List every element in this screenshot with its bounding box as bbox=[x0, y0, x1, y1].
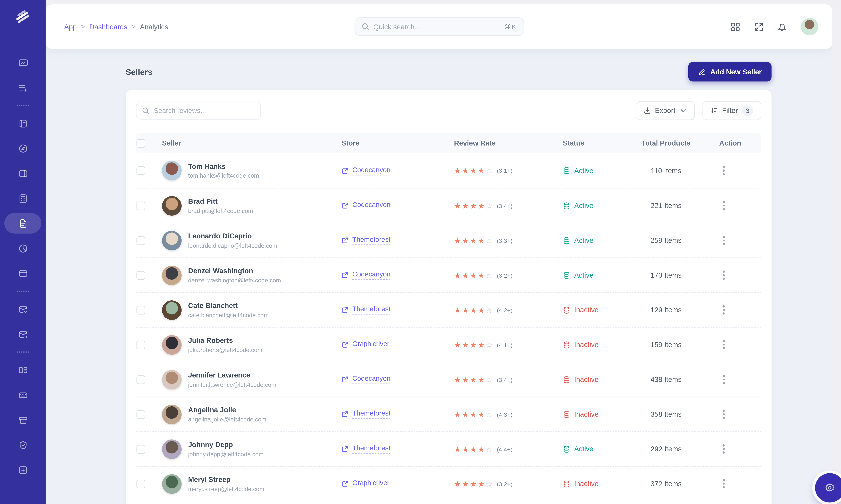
store-link[interactable]: Themeforest bbox=[352, 410, 390, 419]
sidebar-item-layout-grid[interactable] bbox=[4, 360, 41, 380]
seller-name[interactable]: Julia Roberts bbox=[188, 336, 262, 344]
sidebar-item-square-plus[interactable] bbox=[4, 460, 41, 480]
sidebar-item-compass[interactable] bbox=[4, 138, 41, 159]
action-cell bbox=[702, 303, 761, 317]
row-actions-menu-icon[interactable] bbox=[721, 373, 727, 386]
sidebar-item-panel[interactable] bbox=[4, 263, 41, 284]
seller-avatar[interactable] bbox=[162, 474, 182, 493]
star-filled-icon: ★ bbox=[470, 236, 477, 245]
seller-name[interactable]: Tom Hanks bbox=[188, 162, 259, 170]
sidebar-item-calculator[interactable] bbox=[4, 188, 41, 209]
breadcrumb-app[interactable]: App bbox=[64, 22, 77, 31]
row-checkbox[interactable] bbox=[137, 375, 145, 384]
sidebar-item-list-plus[interactable] bbox=[4, 77, 41, 98]
list-plus-icon bbox=[18, 83, 27, 92]
apps-grid-icon[interactable] bbox=[731, 22, 740, 31]
star-filled-icon: ★ bbox=[462, 201, 469, 210]
add-new-seller-button[interactable]: Add New Seller bbox=[689, 62, 772, 82]
seller-avatar[interactable] bbox=[162, 231, 182, 250]
seller-name[interactable]: Meryl Streep bbox=[188, 475, 264, 484]
store-link[interactable]: Graphicriver bbox=[352, 479, 390, 488]
export-button[interactable]: Export bbox=[635, 101, 695, 120]
row-checkbox[interactable] bbox=[137, 410, 145, 418]
seller-name[interactable]: Brad Pitt bbox=[188, 197, 253, 205]
breadcrumb-dashboards[interactable]: Dashboards bbox=[89, 22, 127, 31]
seller-avatar[interactable] bbox=[162, 266, 182, 285]
bell-icon[interactable] bbox=[778, 22, 787, 31]
row-checkbox[interactable] bbox=[137, 201, 145, 210]
star-empty-icon: ☆ bbox=[486, 410, 493, 418]
seller-avatar[interactable] bbox=[162, 439, 182, 458]
sidebar-item-shield-check[interactable] bbox=[4, 435, 41, 455]
row-checkbox[interactable] bbox=[137, 445, 145, 453]
rating-value: (4.2+) bbox=[497, 307, 513, 313]
row-actions-menu-icon[interactable] bbox=[721, 303, 727, 317]
action-cell bbox=[702, 338, 761, 351]
total-products-cell: 292 Items bbox=[631, 445, 702, 453]
store-link[interactable]: Codecanyon bbox=[352, 201, 391, 210]
sidebar-item-archive[interactable] bbox=[4, 410, 41, 430]
seller-name[interactable]: Jennifer Lawrence bbox=[188, 371, 276, 379]
store-link[interactable]: Codecanyon bbox=[352, 270, 391, 280]
store-link[interactable]: Codecanyon bbox=[352, 166, 391, 175]
archive-icon bbox=[18, 415, 27, 425]
seller-name[interactable]: Angelina Jolie bbox=[188, 406, 267, 414]
filter-label: Filter bbox=[722, 107, 738, 115]
row-actions-menu-icon[interactable] bbox=[721, 164, 727, 177]
row-checkbox[interactable] bbox=[137, 271, 145, 280]
sidebar-item-mail-check[interactable] bbox=[4, 299, 41, 319]
sidebar-item-file-invoice[interactable] bbox=[4, 213, 41, 234]
seller-email: leonardo.dicaprio@left4code.com bbox=[188, 242, 277, 249]
seller-avatar[interactable] bbox=[162, 161, 182, 180]
search-reviews-input[interactable]: Search reviews... bbox=[136, 102, 261, 120]
star-filled-icon: ★ bbox=[478, 375, 485, 384]
row-actions-menu-icon[interactable] bbox=[721, 477, 727, 490]
store-cell: Themeforest bbox=[341, 444, 454, 454]
store-link[interactable]: Graphicriver bbox=[352, 340, 390, 349]
sidebar-item-notebook[interactable] bbox=[4, 113, 41, 134]
row-actions-menu-icon[interactable] bbox=[721, 234, 727, 247]
store-link[interactable]: Themeforest bbox=[352, 444, 390, 454]
row-checkbox[interactable] bbox=[137, 236, 145, 245]
sidebar-item-keyboard[interactable] bbox=[4, 384, 41, 406]
sidebar-item-mail-forward[interactable] bbox=[4, 324, 41, 344]
status-cell: Active bbox=[563, 202, 631, 210]
sidebar-item-line-chart[interactable] bbox=[4, 52, 41, 73]
row-checkbox[interactable] bbox=[137, 340, 145, 349]
user-avatar[interactable] bbox=[801, 18, 818, 35]
row-actions-menu-icon[interactable] bbox=[721, 199, 727, 212]
app-logo-icon[interactable] bbox=[14, 10, 32, 24]
seller-name[interactable]: Johnny Depp bbox=[188, 441, 264, 449]
seller-name[interactable]: Cate Blanchett bbox=[188, 302, 269, 310]
status-cell: Inactive bbox=[563, 410, 631, 418]
seller-avatar[interactable] bbox=[162, 196, 182, 215]
database-icon bbox=[563, 376, 570, 383]
seller-cell: Brad Pitt brad.pitt@left4code.com bbox=[162, 196, 341, 215]
store-link[interactable]: Codecanyon bbox=[352, 375, 391, 384]
row-checkbox[interactable] bbox=[137, 480, 145, 488]
row-actions-menu-icon[interactable] bbox=[721, 338, 727, 351]
seller-name[interactable]: Leonardo DiCaprio bbox=[188, 232, 277, 240]
sidebar-item-layout-columns[interactable] bbox=[4, 163, 41, 184]
filter-button[interactable]: Filter 3 bbox=[702, 101, 761, 120]
row-checkbox[interactable] bbox=[137, 166, 145, 175]
seller-cell: Cate Blanchett cate.blanchett@left4code.… bbox=[162, 300, 341, 320]
seller-avatar[interactable] bbox=[162, 370, 182, 389]
select-all-checkbox[interactable] bbox=[137, 139, 145, 147]
sidebar-item-pie-chart[interactable] bbox=[4, 238, 41, 259]
quick-search-input[interactable]: Quick search... ⌘K bbox=[354, 17, 524, 36]
row-actions-menu-icon[interactable] bbox=[721, 442, 727, 456]
row-actions-menu-icon[interactable] bbox=[721, 408, 727, 421]
row-checkbox[interactable] bbox=[137, 306, 145, 314]
seller-name[interactable]: Denzel Washington bbox=[188, 267, 281, 275]
star-empty-icon: ☆ bbox=[486, 375, 493, 384]
maximize-icon[interactable] bbox=[754, 22, 763, 31]
row-actions-menu-icon[interactable] bbox=[721, 268, 727, 282]
action-cell bbox=[702, 234, 761, 247]
seller-avatar[interactable] bbox=[162, 335, 182, 355]
store-link[interactable]: Themeforest bbox=[352, 236, 390, 245]
seller-avatar[interactable] bbox=[162, 300, 182, 320]
seller-avatar[interactable] bbox=[162, 404, 182, 424]
store-cell: Codecanyon bbox=[341, 270, 454, 280]
store-link[interactable]: Themeforest bbox=[352, 305, 390, 314]
